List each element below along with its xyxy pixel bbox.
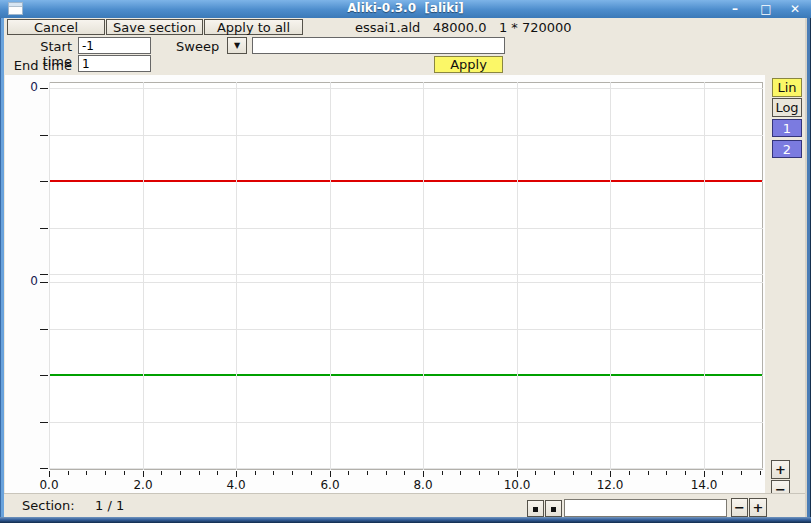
- scroll-marker-right-button[interactable]: [545, 500, 562, 517]
- x-axis-tick: [722, 471, 723, 475]
- cancel-button[interactable]: Cancel: [7, 19, 105, 35]
- time-scrollbar[interactable]: [564, 499, 727, 517]
- file-info: essai1.ald 48000.0 1 * 720000: [355, 20, 572, 35]
- gridline-vertical: [610, 82, 611, 470]
- x-axis-tick: [591, 471, 592, 475]
- sweep-dropdown[interactable]: ▼: [227, 37, 247, 54]
- time-zoom-out-button[interactable]: −: [731, 498, 748, 517]
- title-bar: Aliki-0.3.0 [aliki] – □ ✕: [0, 0, 811, 18]
- y-axis-tick: [40, 422, 48, 423]
- x-axis-tick-label: 2.0: [125, 478, 161, 492]
- x-axis-tick: [330, 471, 331, 477]
- x-axis-tick: [610, 471, 611, 477]
- channel-1-button[interactable]: 1: [772, 119, 802, 137]
- x-axis-tick: [311, 471, 312, 475]
- scroll-marker-left-button[interactable]: [527, 500, 544, 517]
- time-zoom-in-button[interactable]: +: [749, 498, 767, 517]
- gridline-horizontal: [49, 468, 763, 469]
- x-axis-tick: [741, 471, 742, 475]
- save-section-button[interactable]: Save section: [106, 19, 203, 35]
- x-axis-tick: [180, 471, 181, 475]
- x-axis-tick: [49, 471, 50, 477]
- chevron-down-icon: ▼: [234, 41, 240, 50]
- x-axis-tick: [386, 471, 387, 475]
- gridline-vertical: [330, 82, 331, 470]
- channel-2-trace: [50, 374, 762, 376]
- waveform-panel: 000.02.04.06.08.010.012.014.0: [5, 75, 765, 493]
- maximize-icon[interactable]: □: [755, 1, 777, 17]
- window-title: Aliki-0.3.0 [aliki]: [0, 1, 811, 15]
- x-axis-tick-label: 10.0: [499, 478, 535, 492]
- amp-zoom-in-button[interactable]: +: [771, 460, 790, 479]
- x-axis-tick: [255, 471, 256, 475]
- x-axis-tick: [367, 471, 368, 475]
- window-border-left: [0, 18, 4, 517]
- black-square-icon: [533, 507, 538, 512]
- black-square-icon: [551, 507, 556, 512]
- y-axis-zero-label: 0: [13, 80, 38, 94]
- y-axis-tick: [40, 274, 48, 275]
- gridline-horizontal: [49, 274, 763, 275]
- x-axis-tick: [535, 471, 536, 475]
- gridline-vertical: [143, 82, 144, 470]
- x-axis-tick: [143, 471, 144, 477]
- y-axis-tick: [40, 468, 48, 469]
- gridline-horizontal: [49, 329, 763, 330]
- channel-1-trace: [50, 180, 762, 182]
- apply-button[interactable]: Apply: [434, 56, 503, 73]
- x-axis-tick: [105, 471, 106, 475]
- end-time-label: End time: [8, 58, 72, 73]
- y-axis-tick: [40, 88, 48, 89]
- x-axis-tick: [442, 471, 443, 475]
- x-axis-tick: [629, 471, 630, 475]
- y-axis-tick: [40, 228, 48, 229]
- x-axis-tick: [573, 471, 574, 475]
- start-time-input[interactable]: [78, 37, 151, 54]
- minimize-icon[interactable]: –: [724, 1, 746, 17]
- x-axis-tick: [685, 471, 686, 475]
- x-axis-tick: [217, 471, 218, 475]
- x-axis-tick: [760, 471, 761, 475]
- gridline-vertical: [49, 82, 50, 470]
- x-axis-tick: [161, 471, 162, 475]
- gridline-vertical: [704, 82, 705, 470]
- sweep-label: Sweep: [176, 39, 219, 54]
- window-border-right: [805, 18, 811, 517]
- log-scale-button[interactable]: Log: [772, 98, 802, 117]
- y-axis-tick: [40, 135, 48, 136]
- x-axis-tick-label: 12.0: [592, 478, 628, 492]
- sweep-file-input[interactable]: [252, 37, 505, 54]
- y-axis-tick: [40, 282, 48, 283]
- y-axis-tick: [40, 375, 48, 376]
- x-axis-tick: [460, 471, 461, 475]
- x-axis-tick: [124, 471, 125, 475]
- x-axis-tick: [348, 471, 349, 475]
- section-value: 1 / 1: [95, 498, 124, 513]
- x-axis-tick: [273, 471, 274, 475]
- lin-scale-button[interactable]: Lin: [772, 78, 802, 97]
- x-axis-tick-label: 8.0: [405, 478, 441, 492]
- bottom-bar: Section: 1 / 1 − +: [4, 493, 805, 517]
- x-axis-tick: [199, 471, 200, 475]
- x-axis-tick: [423, 471, 424, 477]
- x-axis-tick-label: 0.0: [31, 478, 67, 492]
- close-icon[interactable]: ✕: [784, 1, 806, 17]
- gridline-vertical: [517, 82, 518, 470]
- y-axis-tick: [40, 181, 48, 182]
- y-axis-tick: [40, 329, 48, 330]
- gridline-horizontal: [49, 135, 763, 136]
- channel-2-button[interactable]: 2: [772, 140, 802, 158]
- gridline-horizontal: [49, 88, 763, 89]
- x-axis-tick: [517, 471, 518, 477]
- apply-to-all-button[interactable]: Apply to all: [204, 19, 303, 35]
- x-axis-tick-label: 14.0: [686, 478, 722, 492]
- end-time-input[interactable]: [78, 55, 151, 72]
- gridline-horizontal: [49, 228, 763, 229]
- x-axis-tick: [86, 471, 87, 475]
- window-border-bottom: [0, 517, 811, 523]
- x-axis-tick: [648, 471, 649, 475]
- plot-area[interactable]: [49, 82, 763, 470]
- x-axis-tick-label: 6.0: [312, 478, 348, 492]
- x-axis-tick: [68, 471, 69, 475]
- x-axis-tick: [404, 471, 405, 475]
